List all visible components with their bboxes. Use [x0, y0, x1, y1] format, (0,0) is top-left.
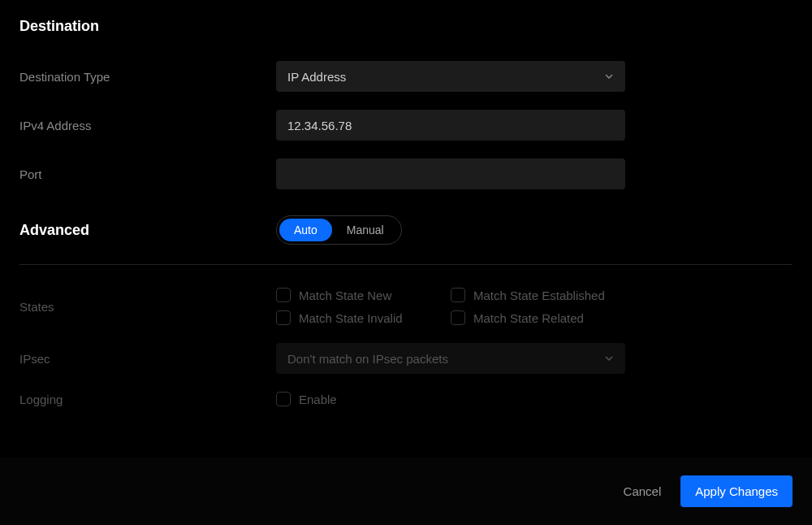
- logging-enable-label: Enable: [299, 393, 337, 406]
- destination-type-value: IP Address: [287, 70, 346, 84]
- states-label: States: [19, 300, 276, 314]
- state-established-label: Match State Established: [473, 289, 605, 302]
- port-input[interactable]: [276, 158, 625, 189]
- footer: Cancel Apply Changes: [0, 458, 812, 525]
- ipv4-address-label: IPv4 Address: [19, 119, 276, 132]
- state-established-checkbox[interactable]: [451, 288, 465, 302]
- chevron-down-icon: [604, 354, 614, 363]
- state-invalid-label: Match State Invalid: [299, 311, 403, 325]
- state-related-checkbox[interactable]: [451, 310, 465, 325]
- state-new-label: Match State New: [299, 289, 391, 302]
- logging-label: Logging: [19, 393, 276, 406]
- state-new-checkbox[interactable]: [276, 288, 291, 302]
- destination-type-select[interactable]: IP Address: [276, 61, 625, 92]
- destination-heading: Destination: [19, 18, 793, 35]
- advanced-mode-toggle: Auto Manual: [276, 215, 402, 245]
- apply-changes-button[interactable]: Apply Changes: [680, 475, 793, 507]
- cancel-button[interactable]: Cancel: [624, 484, 662, 498]
- advanced-divider: [19, 264, 793, 265]
- port-label: Port: [19, 167, 276, 181]
- ipv4-address-input[interactable]: [276, 110, 625, 141]
- state-related-label: Match State Related: [473, 311, 584, 325]
- ipsec-select[interactable]: Don't match on IPsec packets: [276, 343, 625, 374]
- advanced-heading: Advanced: [19, 222, 276, 239]
- state-invalid-checkbox[interactable]: [276, 310, 291, 325]
- logging-enable-checkbox[interactable]: [276, 392, 291, 406]
- advanced-mode-auto[interactable]: Auto: [279, 219, 332, 241]
- chevron-down-icon: [604, 72, 614, 81]
- ipsec-label: IPsec: [19, 352, 276, 366]
- destination-type-label: Destination Type: [19, 70, 276, 84]
- advanced-mode-manual[interactable]: Manual: [332, 219, 399, 241]
- ipsec-value: Don't match on IPsec packets: [287, 352, 448, 366]
